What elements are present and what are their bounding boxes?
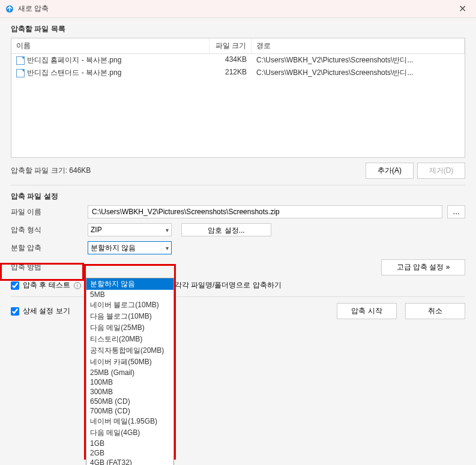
divider xyxy=(11,296,465,297)
col-header-path[interactable]: 경로 xyxy=(252,38,465,53)
detail-checkbox-input[interactable] xyxy=(11,307,19,316)
chevron-down-icon: ▾ xyxy=(166,227,169,233)
split-option[interactable]: 다음 블로그(10MB) xyxy=(86,311,173,322)
info-icon[interactable]: i xyxy=(74,282,81,289)
file-icon xyxy=(16,69,25,77)
test-after-checkbox-input[interactable] xyxy=(11,281,19,290)
file-list-header: 이름 파일 크기 경로 xyxy=(11,38,465,54)
app-icon xyxy=(5,4,14,14)
split-option[interactable]: 네이버 카페(50MB) xyxy=(86,356,173,368)
detail-label: 상세 설정 보기 xyxy=(23,306,70,316)
split-option[interactable]: 650MB (CD) xyxy=(86,397,173,406)
split-option[interactable]: 다음 메일(25MB) xyxy=(86,322,173,334)
each-file-label: 각각 파일명/폴더명으로 압축하기 xyxy=(175,280,282,290)
split-option[interactable]: 2GB xyxy=(86,448,173,458)
file-name: 반디집 홈페이지 - 복사본.png xyxy=(27,56,121,64)
split-label: 분할 압축 xyxy=(11,243,83,253)
detail-checkbox[interactable]: 상세 설정 보기 xyxy=(11,306,70,316)
start-button[interactable]: 압축 시작 xyxy=(337,303,397,319)
filename-input[interactable] xyxy=(88,205,442,218)
split-option[interactable]: 네이버 메일(1.95GB) xyxy=(86,416,173,427)
test-after-checkbox[interactable]: 압축 후 테스트 i xyxy=(11,280,81,290)
file-list[interactable]: 이름 파일 크기 경로 반디집 홈페이지 - 복사본.png 434KB C:\… xyxy=(11,38,465,158)
split-option[interactable]: 티스토리(20MB) xyxy=(86,334,173,345)
split-option[interactable]: 25MB (Gmail) xyxy=(86,368,173,377)
window-title: 새로 압축 xyxy=(18,4,49,14)
col-header-name[interactable]: 이름 xyxy=(11,38,209,53)
split-option[interactable]: 300MB xyxy=(86,387,173,397)
advanced-settings-button[interactable]: 고급 압축 설정 » xyxy=(381,259,465,275)
total-size-label: 압축할 파일 크기: 646KB xyxy=(11,166,91,176)
chevron-down-icon: ▾ xyxy=(166,245,169,251)
file-path: C:\Users\WBKH_V2\Pictures\Screenshots\반디… xyxy=(252,54,465,67)
each-file-checkbox[interactable]: 각각 파일명/폴더명으로 압축하기 xyxy=(163,280,282,290)
split-option[interactable]: 공직자통합메일(20MB) xyxy=(86,345,173,356)
format-value: ZIP xyxy=(91,226,102,234)
browse-button[interactable]: ... xyxy=(447,205,465,218)
split-option[interactable]: 1GB xyxy=(86,439,173,448)
settings-label: 압축 파일 설정 xyxy=(11,191,465,202)
file-size: 212KB xyxy=(209,67,252,79)
add-button[interactable]: 추가(A) xyxy=(366,163,414,179)
file-icon xyxy=(16,56,25,65)
split-dropdown-panel[interactable]: 분할하지 않음5MB네이버 블로그(10MB)다음 블로그(10MB)다음 메일… xyxy=(86,278,174,465)
split-option[interactable]: 4GB (FAT32) xyxy=(86,458,173,465)
split-select[interactable]: 분할하지 않음 ▾ xyxy=(88,241,172,254)
split-option[interactable]: 700MB (CD) xyxy=(86,406,173,416)
test-after-label: 압축 후 테스트 xyxy=(23,280,70,290)
table-row[interactable]: 반디집 홈페이지 - 복사본.png 434KB C:\Users\WBKH_V… xyxy=(11,54,465,67)
format-label: 압축 형식 xyxy=(11,225,83,235)
split-option[interactable]: 네이버 블로그(10MB) xyxy=(86,299,173,311)
file-size: 434KB xyxy=(209,54,252,67)
divider xyxy=(11,185,465,185)
file-path: C:\Users\WBKH_V2\Pictures\Screenshots\반디… xyxy=(252,67,465,79)
table-row[interactable]: 반디집 스탠더드 - 복사본.png 212KB C:\Users\WBKH_V… xyxy=(11,67,465,79)
file-list-label: 압축할 파일 목록 xyxy=(11,24,465,34)
method-label: 압축 방법 xyxy=(11,262,83,272)
cancel-button[interactable]: 취소 xyxy=(405,303,465,319)
split-option[interactable]: 5MB xyxy=(86,290,173,299)
format-select[interactable]: ZIP ▾ xyxy=(88,223,172,236)
file-name: 반디집 스탠더드 - 복사본.png xyxy=(27,68,121,77)
split-option[interactable]: 다음 메일(4GB) xyxy=(86,427,173,439)
split-option[interactable]: 100MB xyxy=(86,377,173,387)
split-option[interactable]: 분할하지 않음 xyxy=(86,278,173,290)
filename-label: 파일 이름 xyxy=(11,207,83,217)
titlebar: 새로 압축 ✕ xyxy=(0,0,476,18)
password-button[interactable]: 암호 설정... xyxy=(181,223,271,236)
remove-button[interactable]: 제거(D) xyxy=(417,163,465,179)
col-header-size[interactable]: 파일 크기 xyxy=(209,38,252,53)
close-button[interactable]: ✕ xyxy=(453,0,471,18)
split-value: 분할하지 않음 xyxy=(91,243,136,253)
